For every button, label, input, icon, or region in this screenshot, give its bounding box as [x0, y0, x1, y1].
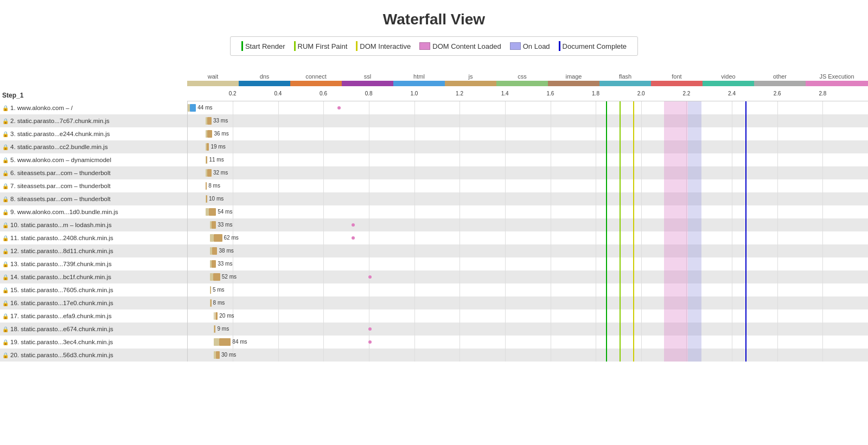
grid-line [323, 244, 324, 257]
grid-line [641, 140, 642, 153]
resource-name[interactable]: 🔒12. static.parasto...8d11.chunk.min.js [0, 244, 187, 257]
grid-line [278, 153, 279, 166]
rum-first-paint-line [620, 127, 621, 140]
grid-line [323, 349, 324, 362]
resource-name[interactable]: 🔒20. static.parasto...56d3.chunk.min.js [0, 349, 187, 362]
grid-line [551, 231, 551, 244]
dom-content-loaded-band [664, 336, 688, 349]
resource-name[interactable]: 🔒17. static.parasto...efa9.chunk.min.js [0, 309, 187, 323]
grid-line [459, 114, 460, 127]
dom-interactive-line [633, 349, 634, 362]
on-load-band [688, 323, 701, 336]
table-row: 🔒15. static.parasto...7605.chunk.min.js5… [0, 283, 868, 296]
on-load-band [688, 179, 701, 192]
grid-line [822, 323, 823, 336]
dom-interactive-line [633, 257, 634, 270]
grid-line [596, 166, 596, 179]
resource-name[interactable]: 🔒8. siteassets.par...com – thunderbolt [0, 192, 187, 205]
resource-name[interactable]: 🔒9. www.alonko.com...1d0.bundle.min.js [0, 205, 187, 218]
resource-name[interactable]: 🔒2. static.parasto...7c67.chunk.min.js [0, 114, 187, 127]
grid-line [732, 205, 732, 218]
resource-name[interactable]: 🔒11. static.parasto...2408.chunk.min.js [0, 231, 187, 244]
grid-line [323, 179, 324, 192]
start-render-line [606, 349, 607, 362]
type-label-empty [0, 71, 187, 81]
ms-label: 32 ms [213, 169, 228, 177]
swatch-image [548, 81, 599, 86]
document-complete-line [745, 218, 746, 231]
grid-line [551, 127, 551, 140]
waterfall-bar-cell: 20 ms [187, 309, 868, 323]
resource-name[interactable]: 🔒18. static.parasto...e674.chunk.min.js [0, 323, 187, 336]
ms-label: 33 ms [218, 260, 232, 268]
document-complete-line [745, 349, 746, 362]
grid-line [596, 244, 596, 257]
ms-label: 8 ms [213, 299, 225, 307]
grid-line [233, 166, 233, 179]
bar-main [190, 104, 196, 112]
timeline-ticks-cell: 0.20.40.60.81.01.21.41.61.82.02.22.42.62… [187, 89, 868, 101]
grid-line [777, 336, 778, 349]
table-row: 🔒20. static.parasto...56d3.chunk.min.js3… [0, 349, 868, 362]
resource-name[interactable]: 🔒5. www.alonko.com – dynamicmodel [0, 153, 187, 166]
grid-line [278, 127, 279, 140]
rum-first-paint-line [620, 114, 621, 127]
lock-icon: 🔒 [2, 144, 9, 150]
on-load-band [688, 140, 701, 153]
resource-name[interactable]: 🔒4. static.parasto...cc2.bundle.min.js [0, 140, 187, 153]
start-render-line [606, 323, 607, 336]
type-label-dns: dns [239, 73, 290, 80]
resource-name[interactable]: 🔒6. siteassets.par...com – thunderbolt [0, 166, 187, 179]
resource-name[interactable]: 🔒7. siteassets.par...com – thunderbolt [0, 179, 187, 192]
grid-line [641, 336, 642, 349]
resource-name[interactable]: 🔒10. static.parasto...m – lodash.min.js [0, 218, 187, 231]
resource-name[interactable]: 🔒3. static.parasto...e244.chunk.min.js [0, 127, 187, 140]
grid-line [777, 244, 778, 257]
bar-wait [206, 208, 209, 216]
swatch-css [496, 81, 548, 86]
start-render-line [606, 101, 607, 114]
grid-line [278, 296, 279, 309]
resource-name[interactable]: 🔒16. static.parasto...17e0.chunk.min.js [0, 296, 187, 309]
resource-url: static.parasto...e674.chunk.min.js [21, 326, 113, 332]
resource-url: static.parasto...56d3.chunk.min.js [21, 352, 113, 358]
grid-line [459, 205, 460, 218]
type-label-html: html [393, 73, 445, 80]
dom-content-loaded-band [664, 309, 688, 323]
ms-label: 33 ms [213, 117, 228, 125]
grid-line [459, 153, 460, 166]
resource-name[interactable]: 🔒1. www.alonko.com – / [0, 101, 187, 114]
type-label-image: image [548, 73, 599, 80]
grid-line [777, 270, 778, 283]
resource-col-header [0, 67, 187, 71]
js-execution-dot [352, 223, 355, 227]
resource-url: static.parasto...7c67.chunk.min.js [17, 118, 110, 124]
grid-line [732, 153, 732, 166]
timeline-tick-2: 2.0 [637, 91, 645, 96]
waterfall-container[interactable]: waitdnsconnectsslhtmljscssimageflashfont… [0, 67, 868, 362]
resource-name[interactable]: 🔒15. static.parasto...7605.chunk.min.js [0, 283, 187, 296]
grid-line [777, 296, 778, 309]
column-headers-row [0, 67, 868, 71]
grid-line [323, 336, 324, 349]
waterfall-bar-cell: 8 ms [187, 296, 868, 309]
grid-line [777, 218, 778, 231]
legend-item-rum-first-paint: RUM First Paint [294, 41, 348, 51]
rum-first-paint-line [620, 309, 621, 323]
bar-main [215, 312, 218, 320]
grid-line [369, 231, 369, 244]
document-complete-line [745, 244, 746, 257]
resource-name[interactable]: 🔒13. static.parasto...739f.chunk.min.js [0, 257, 187, 270]
rum-first-paint-line [620, 192, 621, 205]
grid-line [732, 270, 732, 283]
lock-icon: 🔒 [2, 105, 9, 111]
grid-line [323, 140, 324, 153]
resource-name[interactable]: 🔒19. static.parasto...3ec4.chunk.min.js [0, 336, 187, 349]
grid-line [233, 296, 233, 309]
grid-line [732, 257, 732, 270]
grid-line [732, 114, 732, 127]
waterfall-bar-cell: 54 ms [187, 205, 868, 218]
resource-name[interactable]: 🔒14. static.parasto...bc1f.chunk.min.js [0, 270, 187, 283]
lock-icon: 🔒 [2, 222, 9, 228]
legend-item-dom-interactive: DOM Interactive [356, 41, 411, 51]
